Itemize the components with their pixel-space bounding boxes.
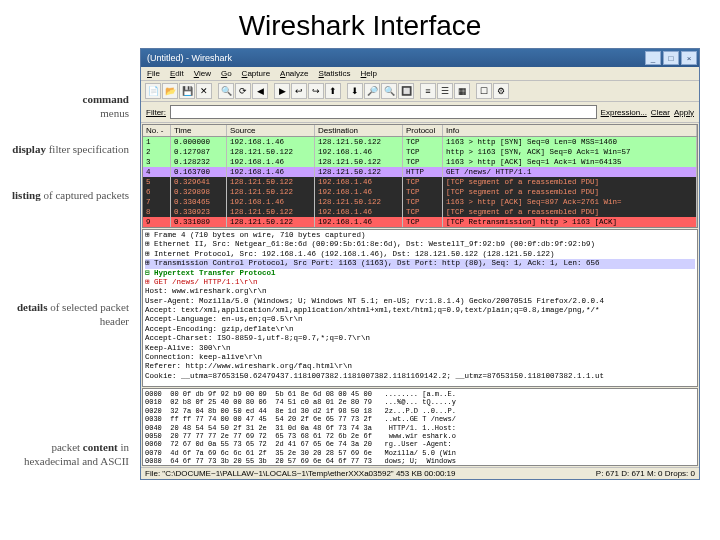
tree-frame[interactable]: ⊞ Frame 4 (710 bytes on wire, 710 bytes … <box>145 231 695 240</box>
packet-row[interactable]: 80.330923128.121.50.122192.168.1.46TCP[T… <box>143 207 697 217</box>
col-info[interactable]: Info <box>443 125 697 136</box>
packet-list-pane[interactable]: No. - Time Source Destination Protocol I… <box>142 124 698 228</box>
toolbar-button-9[interactable]: ↪ <box>308 83 324 99</box>
http-header-referer[interactable]: Referer: http://www.wireshark.org/faq.ht… <box>145 362 695 371</box>
window-title: (Untitled) - Wireshark <box>143 53 643 63</box>
packet-details-pane[interactable]: ⊞ Frame 4 (710 bytes on wire, 710 bytes … <box>142 229 698 387</box>
tree-ip[interactable]: ⊞ Internet Protocol, Src: 192.168.1.46 (… <box>145 250 695 259</box>
packet-row[interactable]: 50.329641128.121.50.122192.168.1.46TCP[T… <box>143 177 697 187</box>
http-header-conn[interactable]: Connection: keep-alive\r\n <box>145 353 695 362</box>
toolbar-button-3[interactable]: ✕ <box>196 83 212 99</box>
menu-statistics[interactable]: Statistics <box>319 69 351 78</box>
col-no[interactable]: No. - <box>143 125 171 136</box>
packet-row[interactable]: 20.127987128.121.50.122192.168.1.46TCPht… <box>143 147 697 157</box>
toolbar-button-10[interactable]: ⬆ <box>325 83 341 99</box>
minimize-button[interactable]: _ <box>645 51 661 65</box>
menu-view[interactable]: View <box>194 69 211 78</box>
toolbar-button-14[interactable]: 🔲 <box>398 83 414 99</box>
http-header-host[interactable]: Host: www.wireshark.org\r\n <box>145 287 695 296</box>
toolbar-button-5[interactable]: ⟳ <box>235 83 251 99</box>
close-button[interactable]: × <box>681 51 697 65</box>
packet-row[interactable]: 30.128232192.168.1.46128.121.50.122TCP11… <box>143 157 697 167</box>
tree-http[interactable]: ⊟ Hypertext Transfer Protocol <box>145 269 695 278</box>
toolbar-button-19[interactable]: ⚙ <box>493 83 509 99</box>
toolbar: 📄📂💾✕🔍⟳◀▶↩↪⬆⬇🔎🔍🔲≡☰▦☐⚙ <box>141 81 699 102</box>
packet-row[interactable]: 10.000000192.168.1.46128.121.50.122TCP11… <box>143 137 697 147</box>
toolbar-button-6[interactable]: ◀ <box>252 83 268 99</box>
filter-bar: Filter: Expression... Clear Apply <box>141 102 699 123</box>
http-header-accept[interactable]: Accept: text/xml,application/xml,applica… <box>145 306 695 315</box>
packet-row[interactable]: 60.329898128.121.50.122192.168.1.46TCP[T… <box>143 187 697 197</box>
apply-link[interactable]: Apply <box>674 108 694 117</box>
toolbar-button-7[interactable]: ▶ <box>274 83 290 99</box>
menu-capture[interactable]: Capture <box>242 69 270 78</box>
toolbar-button-1[interactable]: 📂 <box>162 83 178 99</box>
tree-ethernet[interactable]: ⊞ Ethernet II, Src: Netgear_61:8e:6d (00… <box>145 240 695 249</box>
packet-row[interactable]: 90.331089128.121.50.122192.168.1.46TCP[T… <box>143 217 697 227</box>
menu-help[interactable]: Help <box>361 69 377 78</box>
menu-analyze[interactable]: Analyze <box>280 69 308 78</box>
status-file: File: "C:\DOCUME~1\PALLAW~1\LOCALS~1\Tem… <box>145 469 596 478</box>
http-header-ua[interactable]: User-Agent: Mozilla/5.0 (Windows; U; Win… <box>145 297 695 306</box>
toolbar-button-8[interactable]: ↩ <box>291 83 307 99</box>
menu-bar: FileEditViewGoCaptureAnalyzeStatisticsHe… <box>141 67 699 81</box>
http-header-charset[interactable]: Accept-Charset: ISO-8859-1,utf-8;q=0.7,*… <box>145 334 695 343</box>
expression-link[interactable]: Expression... <box>601 108 647 117</box>
col-destination[interactable]: Destination <box>315 125 403 136</box>
col-protocol[interactable]: Protocol <box>403 125 443 136</box>
http-header-keepalive[interactable]: Keep-Alive: 300\r\n <box>145 344 695 353</box>
toolbar-button-12[interactable]: 🔎 <box>364 83 380 99</box>
http-header-cookie[interactable]: Cookie: __utma=87653150.62479437.1181007… <box>145 372 695 381</box>
toolbar-button-16[interactable]: ☰ <box>437 83 453 99</box>
toolbar-button-13[interactable]: 🔍 <box>381 83 397 99</box>
packet-list-header[interactable]: No. - Time Source Destination Protocol I… <box>143 125 697 137</box>
http-header-lang[interactable]: Accept-Language: en-us,en;q=0.5\r\n <box>145 315 695 324</box>
packet-row[interactable]: 70.330465192.168.1.46128.121.50.122TCP11… <box>143 197 697 207</box>
toolbar-button-11[interactable]: ⬇ <box>347 83 363 99</box>
slide-title: Wireshark Interface <box>0 0 720 48</box>
toolbar-button-0[interactable]: 📄 <box>145 83 161 99</box>
titlebar[interactable]: (Untitled) - Wireshark _ □ × <box>141 49 699 67</box>
wireshark-window: (Untitled) - Wireshark _ □ × FileEditVie… <box>140 48 700 480</box>
clear-link[interactable]: Clear <box>651 108 670 117</box>
status-bar: File: "C:\DOCUME~1\PALLAW~1\LOCALS~1\Tem… <box>141 467 699 479</box>
menu-file[interactable]: File <box>147 69 160 78</box>
status-counts: P: 671 D: 671 M: 0 Drops: 0 <box>596 469 695 478</box>
maximize-button[interactable]: □ <box>663 51 679 65</box>
tree-http-get[interactable]: ⊞ GET /news/ HTTP/1.1\r\n <box>145 278 695 287</box>
packet-bytes-pane[interactable]: 0000 00 0f db 9f 92 b9 00 09 5b 61 8e 6d… <box>142 388 698 466</box>
toolbar-button-2[interactable]: 💾 <box>179 83 195 99</box>
menu-edit[interactable]: Edit <box>170 69 184 78</box>
toolbar-button-18[interactable]: ☐ <box>476 83 492 99</box>
col-time[interactable]: Time <box>171 125 227 136</box>
toolbar-button-17[interactable]: ▦ <box>454 83 470 99</box>
toolbar-button-4[interactable]: 🔍 <box>218 83 234 99</box>
filter-input[interactable] <box>170 105 597 119</box>
menu-go[interactable]: Go <box>221 69 232 78</box>
http-header-enc[interactable]: Accept-Encoding: gzip,deflate\r\n <box>145 325 695 334</box>
tree-tcp[interactable]: ⊞ Transmission Control Protocol, Src Por… <box>145 259 695 268</box>
packet-row[interactable]: 40.163700192.168.1.46128.121.50.122HTTPG… <box>143 167 697 177</box>
filter-label[interactable]: Filter: <box>146 108 166 117</box>
toolbar-button-15[interactable]: ≡ <box>420 83 436 99</box>
col-source[interactable]: Source <box>227 125 315 136</box>
